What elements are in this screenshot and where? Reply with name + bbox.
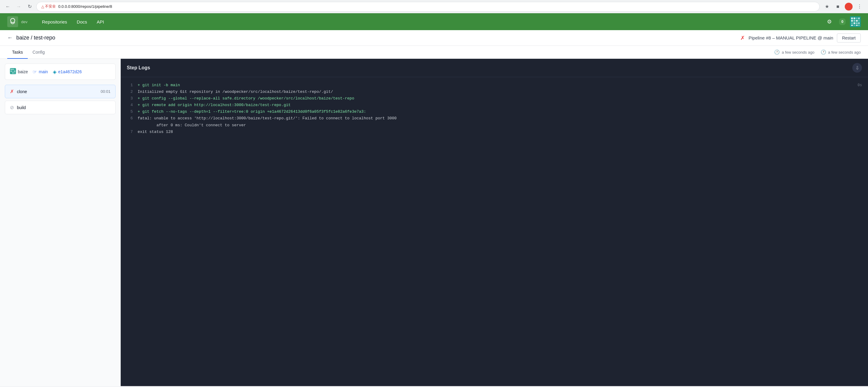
app-nav: Repositories Docs API (37, 13, 109, 30)
profile-btn[interactable] (844, 2, 854, 11)
log-header: Step Logs ⇩ (121, 59, 868, 77)
commit-icon: ◈ (53, 69, 56, 75)
profile-circle (845, 3, 852, 10)
log-line-3: 3 + git config --global --replace-all sa… (127, 95, 862, 102)
line-text-5: + git fetch --no-tags --depth=1 --filter… (137, 108, 366, 115)
pipeline-error-icon: ✗ (740, 35, 745, 41)
line-text-3: + git config --global --replace-all safe… (137, 95, 354, 102)
svg-rect-23 (12, 71, 13, 72)
back-button[interactable]: ← (7, 35, 13, 41)
svg-rect-4 (856, 17, 858, 19)
ref-commit[interactable]: ◈ e1a4672d26 (53, 69, 82, 75)
step-skipped-icon: ⊘ (10, 105, 14, 110)
log-line-2: 2 Initialized empty Git repository in /w… (127, 89, 862, 95)
extensions-btn[interactable]: ■ (833, 2, 843, 11)
log-title: Step Logs (127, 65, 150, 71)
tab-timestamps: 🕐 a few seconds ago 🕐 a few seconds ago (774, 46, 861, 59)
svg-rect-11 (854, 22, 855, 24)
log-download-btn[interactable]: ⇩ (852, 63, 862, 73)
log-panel: Step Logs ⇩ 1 + git init -b main 0s 2 In… (121, 59, 868, 386)
log-content[interactable]: 1 + git init -b main 0s 2 Initialized em… (121, 77, 868, 386)
step-clone[interactable]: ✗ clone 00:01 (5, 85, 116, 98)
browser-forward-btn[interactable]: → (14, 2, 23, 11)
ref-branch[interactable]: ☞ main (33, 69, 48, 75)
tab-tasks[interactable]: Tasks (7, 46, 28, 59)
log-line-4: 4 + git remote add origin http://localho… (127, 102, 862, 108)
app-header: dev Repositories Docs API ⚙ 0 (0, 13, 868, 30)
browser-refresh-btn[interactable]: ↻ (25, 2, 34, 11)
svg-rect-21 (14, 69, 16, 70)
step-build[interactable]: ⊘ build (5, 101, 116, 114)
org-name: baize (18, 69, 28, 74)
gear-icon: ⚙ (827, 19, 832, 25)
org-icon (10, 68, 16, 75)
step-build-name: build (17, 105, 111, 110)
svg-rect-27 (14, 72, 16, 74)
svg-rect-25 (10, 72, 12, 74)
bookmark-btn[interactable]: ★ (822, 2, 832, 11)
address-bar[interactable]: △ 不安全 0.0.0.0:8000/repos/1/pipeline/8 (36, 2, 820, 11)
branch-link[interactable]: main (39, 69, 48, 74)
tab-config[interactable]: Config (28, 46, 50, 59)
log-line-7: 7 exit status 128 (127, 129, 862, 135)
commit-link[interactable]: e1a4672d26 (58, 69, 82, 74)
svg-rect-26 (12, 72, 13, 74)
svg-rect-9 (858, 20, 860, 22)
notification-badge[interactable]: 0 (838, 18, 846, 26)
line-text-6: fatal: unable to access 'http://localhos… (137, 115, 397, 129)
header-actions: ⚙ 0 (824, 16, 861, 27)
browser-back-btn[interactable]: ← (4, 2, 12, 11)
pipeline-info: ✗ Pipeline #8 – MANUAL PIPELINE @ main R… (740, 33, 861, 42)
svg-rect-14 (851, 25, 853, 26)
avatar[interactable] (850, 16, 861, 27)
sidebar: baize ☞ main ◈ e1a4672d26 ✗ clone 00:01 … (0, 59, 121, 386)
svg-rect-7 (854, 20, 855, 22)
ref-org: baize (10, 68, 28, 75)
svg-rect-13 (858, 22, 860, 24)
nav-api[interactable]: API (92, 13, 109, 30)
log-line-5: 5 + git fetch --no-tags --depth=1 --filt… (127, 108, 862, 115)
svg-rect-8 (856, 20, 858, 22)
svg-rect-20 (12, 69, 13, 70)
svg-rect-10 (851, 22, 853, 24)
updated-time: a few seconds ago (828, 50, 861, 55)
svg-rect-16 (856, 25, 858, 26)
svg-rect-3 (854, 17, 855, 19)
line-text-1: + git init -b main (137, 82, 180, 89)
logo-text: dev (21, 20, 28, 24)
url-text: 0.0.0.0:8000/repos/1/pipeline/8 (58, 4, 112, 9)
nav-repositories[interactable]: Repositories (37, 13, 72, 30)
browser-chrome: ← → ↻ △ 不安全 0.0.0.0:8000/repos/1/pipelin… (0, 0, 868, 13)
line-num-6: 6 (127, 115, 133, 122)
nav-docs[interactable]: Docs (72, 13, 92, 30)
log-line-6: 6 fatal: unable to access 'http://localh… (127, 115, 862, 129)
restart-button[interactable]: Restart (837, 33, 861, 42)
app-logo[interactable]: dev (7, 16, 28, 27)
step-clone-name: clone (17, 89, 100, 94)
svg-rect-19 (10, 69, 12, 70)
line-text-7: exit status 128 (137, 129, 173, 135)
log-line-1: 1 + git init -b main 0s (127, 82, 862, 89)
svg-rect-6 (851, 20, 853, 22)
line-text-2: Initialized empty Git repository in /woo… (137, 89, 333, 95)
browser-actions: ★ ■ ⋮ (822, 2, 864, 11)
line-num-2: 2 (127, 89, 133, 95)
clock-icon-1: 🕐 (774, 49, 780, 55)
pipeline-ref: baize ☞ main ◈ e1a4672d26 (5, 64, 116, 80)
security-warning: △ 不安全 (41, 4, 56, 9)
svg-rect-12 (856, 22, 858, 24)
settings-btn[interactable]: ⚙ (824, 16, 835, 27)
line-time-1: 0s (858, 82, 862, 88)
created-time: a few seconds ago (782, 50, 814, 55)
main-content: baize ☞ main ◈ e1a4672d26 ✗ clone 00:01 … (0, 59, 868, 386)
download-icon: ⇩ (855, 65, 859, 71)
more-btn[interactable]: ⋮ (855, 2, 864, 11)
logo-icon (7, 16, 18, 27)
clock-icon-2: 🕐 (820, 49, 826, 55)
created-timestamp: 🕐 a few seconds ago (774, 49, 814, 55)
step-error-icon: ✗ (10, 89, 14, 94)
line-text-4: + git remote add origin http://localhost… (137, 102, 291, 108)
page-tabs: Tasks Config 🕐 a few seconds ago 🕐 a few… (0, 46, 868, 59)
line-num-4: 4 (127, 102, 133, 108)
step-clone-duration: 00:01 (100, 89, 111, 94)
